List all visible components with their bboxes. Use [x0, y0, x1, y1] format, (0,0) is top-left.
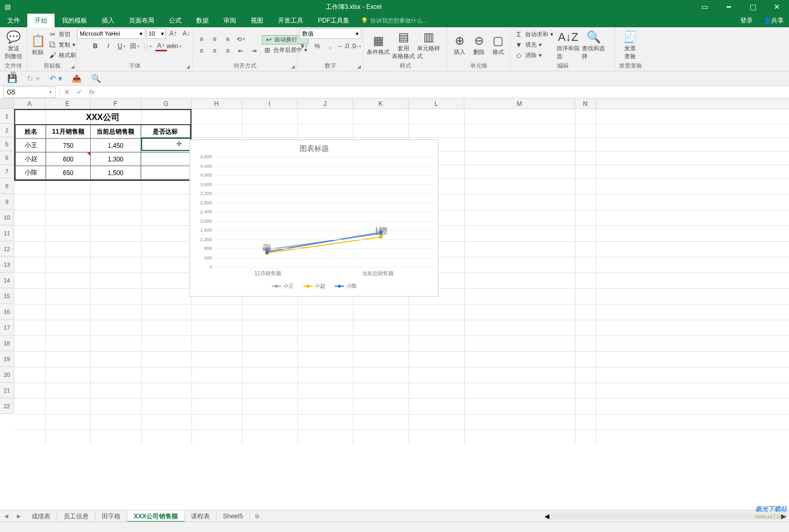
- tell-me-hint[interactable]: 告诉我您想要做什么...: [357, 14, 431, 27]
- align-bottom-icon[interactable]: ≡: [222, 34, 233, 45]
- font-name-select[interactable]: Microsoft YaHei▾: [77, 28, 145, 39]
- fill-color-icon[interactable]: ◇: [142, 41, 154, 51]
- clear-button[interactable]: ◇清除 ▾: [514, 51, 555, 60]
- col-header-H[interactable]: H: [191, 99, 242, 108]
- fill-button[interactable]: ▼填充 ▾: [514, 40, 555, 50]
- delete-cells-button[interactable]: ⊖删除: [470, 29, 487, 61]
- row-header-22[interactable]: 22: [0, 398, 14, 414]
- send-wechat-button[interactable]: 💬发送 到微信: [3, 29, 24, 61]
- col-header-F[interactable]: F: [90, 99, 141, 108]
- row-header-21[interactable]: 21: [0, 383, 14, 398]
- chart[interactable]: 图表标题 04008001,2001,6002,0002,4002,8003,2…: [189, 139, 439, 297]
- align-launcher[interactable]: ◢: [290, 63, 296, 70]
- align-center-icon[interactable]: ≡: [209, 46, 220, 56]
- row-header-8[interactable]: 8: [0, 178, 14, 194]
- percent-icon[interactable]: %: [312, 41, 323, 51]
- tab-review[interactable]: 审阅: [216, 14, 243, 27]
- row-header-17[interactable]: 17: [0, 320, 14, 335]
- cancel-formula-icon[interactable]: ✕: [60, 88, 73, 96]
- row-header-7[interactable]: 7: [0, 165, 14, 178]
- row-header-16[interactable]: 16: [0, 304, 14, 320]
- row-header-1[interactable]: 1: [0, 109, 14, 124]
- enter-formula-icon[interactable]: ✓: [73, 88, 86, 96]
- preview-icon[interactable]: 🔍: [91, 74, 101, 83]
- tab-view[interactable]: 视图: [243, 14, 271, 27]
- tab-templates[interactable]: 我的模板: [55, 14, 94, 27]
- autosum-button[interactable]: Σ自动求和 ▾: [514, 30, 555, 39]
- col-header-J[interactable]: J: [297, 99, 353, 108]
- col-header-L[interactable]: L: [409, 99, 464, 108]
- increase-font-icon[interactable]: A↑: [167, 28, 179, 39]
- insert-cells-button[interactable]: ⊕插入: [451, 29, 468, 61]
- export-icon[interactable]: 📤: [72, 74, 82, 83]
- tab-data[interactable]: 数据: [189, 14, 216, 27]
- row-header-14[interactable]: 14: [0, 273, 14, 288]
- align-top-icon[interactable]: ≡: [196, 34, 207, 45]
- sheet-tab[interactable]: 员工信息: [57, 511, 95, 522]
- number-launcher[interactable]: ◢: [356, 63, 362, 70]
- tab-home[interactable]: 开始: [27, 14, 55, 27]
- row-header-5[interactable]: 5: [0, 137, 14, 151]
- currency-icon[interactable]: ¥: [298, 41, 310, 51]
- painter-button[interactable]: 🖌格式刷: [47, 51, 77, 60]
- dec-decimal-icon[interactable]: .0→: [351, 41, 362, 51]
- row-header-10[interactable]: 10: [0, 210, 14, 225]
- row-header-2[interactable]: 2: [0, 124, 14, 137]
- sort-filter-button[interactable]: A↓Z排序和筛选: [557, 29, 580, 61]
- sheet-tab[interactable]: Sheet5: [217, 511, 250, 522]
- clipboard-launcher[interactable]: ◢: [69, 63, 76, 70]
- tab-file[interactable]: 文件: [0, 14, 27, 27]
- sheet-nav-next[interactable]: ▶: [13, 513, 25, 519]
- tab-dev[interactable]: 开发工具: [271, 14, 311, 27]
- row-header-19[interactable]: 19: [0, 351, 14, 367]
- orientation-icon[interactable]: ⟲: [235, 34, 247, 45]
- minimize-icon[interactable]: ━: [717, 0, 741, 14]
- share-button[interactable]: 👤共享: [758, 14, 789, 27]
- paste-button[interactable]: 📋粘贴: [30, 29, 45, 61]
- select-all-corner[interactable]: [0, 99, 14, 108]
- italic-icon[interactable]: I: [103, 41, 114, 51]
- font-launcher[interactable]: ◢: [185, 63, 191, 70]
- redo-icon[interactable]: ↻ ▾: [27, 74, 40, 83]
- tab-pdf[interactable]: PDF工具集: [311, 14, 357, 27]
- close-icon[interactable]: ✕: [765, 0, 789, 14]
- sheet-tab[interactable]: 课程表: [185, 511, 217, 522]
- table-format-button[interactable]: ▤套用 表格格式: [392, 29, 415, 61]
- comma-icon[interactable]: ,: [325, 41, 336, 51]
- col-header-M[interactable]: M: [464, 99, 575, 108]
- row-header-20[interactable]: 20: [0, 367, 14, 383]
- font-color-icon[interactable]: A: [155, 41, 167, 51]
- phonetic-icon[interactable]: wén: [168, 41, 180, 51]
- align-right-icon[interactable]: ≡: [222, 46, 233, 56]
- format-cells-button[interactable]: ▢格式: [489, 29, 507, 61]
- cut-button[interactable]: ✂剪切: [47, 30, 77, 39]
- invoice-button[interactable]: 🧾发票 查验: [619, 29, 642, 61]
- font-size-select[interactable]: 10▾: [147, 28, 166, 39]
- tab-insert[interactable]: 插入: [94, 14, 122, 27]
- row-header-9[interactable]: 9: [0, 194, 14, 210]
- row-header-12[interactable]: 12: [0, 241, 14, 257]
- col-header-N[interactable]: N: [575, 99, 596, 108]
- cell-style-button[interactable]: ▥单元格样式: [417, 29, 440, 61]
- sheet-nav-prev[interactable]: ◀: [0, 513, 13, 519]
- indent-dec-icon[interactable]: ⇤: [235, 46, 247, 56]
- login-button[interactable]: 登录: [735, 14, 758, 27]
- add-sheet-button[interactable]: ⊕: [250, 513, 264, 520]
- align-left-icon[interactable]: ≡: [196, 46, 207, 56]
- ribbon-display-icon[interactable]: ▭: [692, 0, 717, 14]
- underline-icon[interactable]: U: [116, 41, 127, 51]
- tab-layout[interactable]: 页面布局: [122, 14, 162, 27]
- sheet-tab[interactable]: 田字格: [95, 511, 127, 522]
- align-middle-icon[interactable]: ≡: [209, 34, 220, 45]
- copy-button[interactable]: ⿻复制 ▾: [47, 40, 77, 50]
- sheet-tab[interactable]: 成绩表: [25, 511, 57, 522]
- sheet-tab[interactable]: XXX公司销售额: [127, 511, 185, 522]
- maximize-icon[interactable]: ▢: [741, 0, 765, 14]
- col-header-G[interactable]: G: [141, 99, 191, 108]
- cond-format-button[interactable]: ▦条件格式: [367, 29, 390, 61]
- row-header-6[interactable]: 6: [0, 151, 14, 165]
- horizontal-scrollbar[interactable]: ◀▶: [545, 513, 786, 520]
- col-header-A[interactable]: A: [14, 99, 45, 108]
- inc-decimal-icon[interactable]: ←.0: [338, 41, 349, 51]
- row-header-11[interactable]: 11: [0, 225, 14, 241]
